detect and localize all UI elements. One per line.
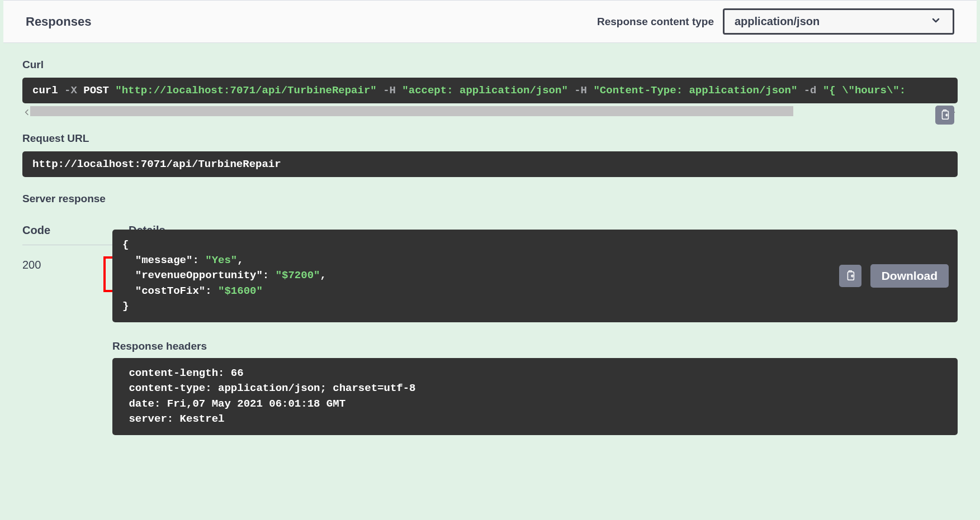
- copy-response-button[interactable]: [839, 265, 861, 287]
- response-headers-label: Response headers: [112, 340, 958, 352]
- scrollbar-thumb[interactable]: [30, 106, 793, 116]
- curl-codebox[interactable]: curl -X POST "http://localhost:7071/api/…: [22, 78, 958, 103]
- scroll-left-icon[interactable]: [23, 108, 30, 115]
- content-type-label: Response content type: [597, 16, 714, 28]
- responses-header: Responses Response content type applicat…: [3, 0, 977, 43]
- content-type-value: application/json: [735, 15, 820, 28]
- download-button[interactable]: Download: [870, 264, 949, 288]
- clipboard-icon: [844, 270, 856, 282]
- curl-horizontal-scrollbar[interactable]: [22, 103, 958, 117]
- copy-curl-button[interactable]: [935, 106, 954, 125]
- chevron-down-icon: [930, 15, 941, 28]
- response-body-codebox[interactable]: { "message": "Yes", "revenueOpportunity"…: [112, 230, 958, 322]
- clipboard-icon: [939, 109, 951, 121]
- request-url-codebox[interactable]: http://localhost:7071/api/TurbineRepair: [22, 151, 958, 177]
- server-response-label: Server response: [22, 193, 958, 205]
- response-headers-codebox[interactable]: content-length: 66 content-type: applica…: [112, 358, 958, 435]
- scrollbar-track[interactable]: [30, 106, 950, 116]
- response-details: Response body { "message": "Yes", "reven…: [103, 256, 958, 435]
- content-type-wrap: Response content type application/json: [597, 8, 954, 35]
- request-url-label: Request URL: [22, 132, 958, 145]
- curl-block: curl -X POST "http://localhost:7071/api/…: [22, 78, 958, 117]
- column-code-header: Code: [22, 224, 78, 237]
- response-row: 200 Response body { "message": "Yes", "r…: [22, 256, 958, 435]
- request-url-value: http://localhost:7071/api/TurbineRepair: [32, 158, 281, 170]
- curl-label: Curl: [22, 59, 958, 71]
- content-type-select[interactable]: application/json: [723, 8, 954, 35]
- response-code: 200: [22, 256, 75, 435]
- responses-title: Responses: [26, 15, 91, 29]
